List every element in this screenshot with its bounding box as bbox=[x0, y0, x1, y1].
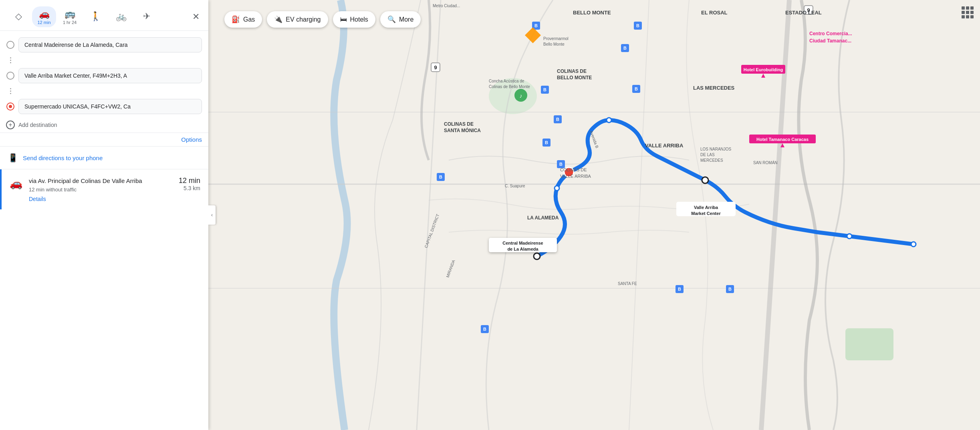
svg-text:Ciudad Tamanac...: Ciudad Tamanac... bbox=[809, 38, 851, 44]
transport-mode-plane[interactable]: ✈ bbox=[135, 9, 159, 25]
svg-text:COLINAS DE: COLINAS DE bbox=[560, 167, 587, 172]
waypoint-row-destination bbox=[6, 99, 202, 114]
svg-text:Hotel Tamanaco Caracas: Hotel Tamanaco Caracas bbox=[756, 137, 809, 142]
svg-text:Central Madeirense: Central Madeirense bbox=[502, 241, 543, 245]
svg-text:Concha Acústica de: Concha Acústica de bbox=[489, 79, 524, 83]
transport-mode-bike[interactable]: 🚲 bbox=[109, 9, 133, 25]
route-details-link[interactable]: Details bbox=[29, 196, 172, 202]
transport-bar: ◇ 🚗 12 min 🚌 1 hr 24 🚶 🚲 ✈ ✕ bbox=[0, 0, 208, 31]
route-time-main: 12 min bbox=[179, 177, 200, 185]
waypoint-row-origin bbox=[6, 37, 202, 52]
svg-text:EL ROSAL: EL ROSAL bbox=[701, 10, 728, 16]
svg-text:B: B bbox=[635, 86, 638, 91]
add-destination-label: Add destination bbox=[18, 122, 57, 128]
grid-menu-icon[interactable] bbox=[962, 6, 974, 18]
close-button[interactable]: ✕ bbox=[190, 9, 202, 24]
svg-text:MERCEDES: MERCEDES bbox=[700, 158, 723, 163]
svg-text:LOS NARANJOS: LOS NARANJOS bbox=[700, 147, 732, 151]
gas-icon: ⛽ bbox=[232, 15, 240, 24]
collapse-arrow[interactable]: ‹ bbox=[208, 205, 216, 225]
car-label: 12 min bbox=[37, 20, 50, 25]
route-option[interactable]: 🚗 via Av. Principal de Colinas De Valle … bbox=[0, 169, 208, 209]
route-time-box: 12 min 5.3 km bbox=[179, 177, 200, 191]
svg-point-14 bbox=[911, 242, 916, 247]
left-panel: ◇ 🚗 12 min 🚌 1 hr 24 🚶 🚲 ✈ ✕ bbox=[0, 0, 208, 430]
svg-text:B: B bbox=[543, 87, 546, 92]
options-button[interactable]: Options bbox=[181, 136, 202, 143]
waypoints-section bbox=[0, 31, 208, 117]
svg-text:COLINAS DE: COLINAS DE bbox=[444, 121, 474, 127]
pill-hotels-label: Hotels bbox=[350, 16, 368, 23]
destination-input[interactable] bbox=[18, 99, 202, 114]
svg-text:SANTA FE: SANTA FE bbox=[618, 281, 637, 286]
hotels-icon: 🛏 bbox=[340, 16, 347, 24]
svg-text:Bello Monte: Bello Monte bbox=[543, 42, 565, 46]
map-pills: ⛽ Gas 🔌 EV charging 🛏 Hotels 🔍 More bbox=[224, 11, 421, 28]
pill-gas[interactable]: ⛽ Gas bbox=[224, 11, 262, 28]
svg-text:Colinas de Bello Monte: Colinas de Bello Monte bbox=[489, 84, 530, 89]
svg-text:BELLO MONTE: BELLO MONTE bbox=[557, 75, 592, 80]
map-area[interactable]: ‹ ⛽ Gas 🔌 EV charging 🛏 Hotels 🔍 More bbox=[208, 0, 980, 430]
route-via-name: via Av. Principal de Colinas De Valle Ar… bbox=[29, 177, 172, 185]
route-time-dist: 5.3 km bbox=[179, 185, 200, 191]
walk-icon: 🚶 bbox=[90, 11, 101, 22]
send-phone-icon: 📱 bbox=[8, 153, 18, 163]
pill-more[interactable]: 🔍 More bbox=[380, 11, 421, 28]
svg-text:VALLE ARRIBA: VALLE ARRIBA bbox=[560, 174, 591, 179]
svg-text:B: B bbox=[483, 327, 486, 332]
transport-mode-walk[interactable]: 🚶 bbox=[83, 9, 107, 25]
ev-icon: 🔌 bbox=[274, 15, 282, 24]
svg-point-16 bbox=[534, 253, 540, 259]
send-directions-row[interactable]: 📱 Send directions to your phone bbox=[0, 147, 208, 169]
svg-text:B: B bbox=[559, 162, 563, 167]
route-car-icon: 🚗 bbox=[10, 177, 22, 190]
svg-point-13 bbox=[847, 234, 852, 239]
add-destination-icon: + bbox=[6, 121, 15, 129]
svg-text:VALLE ARRIBA: VALLE ARRIBA bbox=[645, 143, 684, 149]
add-destination-row[interactable]: + Add destination bbox=[0, 117, 208, 133]
svg-text:B: B bbox=[728, 287, 732, 291]
svg-text:B: B bbox=[545, 140, 548, 145]
pill-ev-label: EV charging bbox=[286, 16, 321, 23]
transport-mode-directions[interactable]: ◇ bbox=[6, 9, 30, 25]
svg-text:ESTADO LEAL: ESTADO LEAL bbox=[785, 10, 822, 16]
svg-point-11 bbox=[607, 118, 611, 123]
svg-rect-2 bbox=[845, 328, 893, 360]
via-input[interactable] bbox=[18, 68, 202, 83]
svg-text:B: B bbox=[439, 175, 442, 179]
origin-input[interactable] bbox=[18, 37, 202, 52]
svg-text:BELLO MONTE: BELLO MONTE bbox=[573, 10, 611, 16]
svg-text:DE LAS: DE LAS bbox=[700, 153, 715, 157]
svg-text:B: B bbox=[678, 287, 681, 291]
svg-text:B: B bbox=[534, 23, 538, 28]
directions-icon: ◇ bbox=[15, 11, 22, 22]
svg-text:LA ALAMEDA: LA ALAMEDA bbox=[527, 215, 559, 221]
svg-text:Valle Arriba: Valle Arriba bbox=[694, 205, 718, 210]
plane-icon: ✈ bbox=[143, 11, 150, 22]
send-directions-label: Send directions to your phone bbox=[23, 155, 103, 161]
svg-text:Hotel Eurobuilding: Hotel Eurobuilding bbox=[744, 67, 783, 72]
svg-text:B: B bbox=[556, 117, 559, 122]
via-dot bbox=[6, 72, 14, 80]
svg-text:de La Alameda: de La Alameda bbox=[507, 247, 538, 251]
svg-text:LAS MERCEDES: LAS MERCEDES bbox=[693, 85, 735, 91]
svg-rect-0 bbox=[208, 0, 980, 430]
transport-mode-car[interactable]: 🚗 12 min bbox=[32, 6, 56, 27]
svg-text:C. Suapure: C. Suapure bbox=[505, 184, 525, 188]
svg-text:Metro Ciudad...: Metro Ciudad... bbox=[433, 4, 460, 8]
transit-label: 1 hr 24 bbox=[63, 20, 77, 25]
waypoint-row-via bbox=[6, 68, 202, 83]
svg-text:9: 9 bbox=[434, 64, 437, 70]
pill-ev[interactable]: 🔌 EV charging bbox=[267, 11, 328, 28]
destination-dot bbox=[6, 102, 14, 111]
route-info: via Av. Principal de Colinas De Valle Ar… bbox=[29, 177, 172, 202]
options-bar: Options bbox=[0, 133, 208, 147]
pill-hotels[interactable]: 🛏 Hotels bbox=[333, 11, 375, 28]
more-search-icon: 🔍 bbox=[387, 15, 396, 24]
svg-text:SANTA MÓNICA: SANTA MÓNICA bbox=[444, 127, 481, 133]
transport-mode-transit[interactable]: 🚌 1 hr 24 bbox=[58, 6, 82, 27]
svg-text:COLINAS DE: COLINAS DE bbox=[557, 68, 587, 74]
svg-point-10 bbox=[555, 186, 559, 191]
origin-dot bbox=[6, 41, 14, 49]
route-sub-label: 12 min without traffic bbox=[29, 187, 172, 193]
